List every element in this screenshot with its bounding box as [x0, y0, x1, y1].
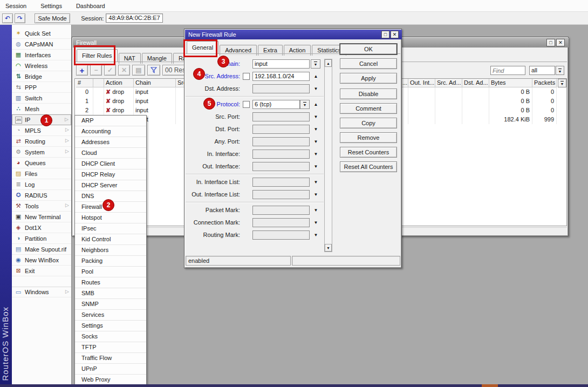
- remove-button[interactable]: Remove: [340, 132, 397, 143]
- src-port-input[interactable]: [252, 112, 310, 121]
- undo-button[interactable]: ↶: [2, 13, 13, 23]
- sidebar-item-exit[interactable]: Exit: [12, 266, 71, 276]
- column-header-chain[interactable]: Chain: [134, 79, 176, 87]
- menu-session[interactable]: Session: [2, 1, 33, 11]
- dst-port-input[interactable]: [252, 125, 310, 134]
- sidebar-item-wireless[interactable]: Wireless: [12, 60, 71, 71]
- ip-submenu-item-cloud[interactable]: Cloud: [75, 148, 146, 159]
- table-row[interactable]: 182.4 KiB 999: [401, 115, 557, 124]
- sidebar-item-dot1x[interactable]: Dot1X: [12, 222, 71, 233]
- ip-submenu-item-neighbors[interactable]: Neighbors: [75, 245, 146, 256]
- out-interface-input[interactable]: [252, 162, 310, 171]
- routing-mark-input[interactable]: [252, 230, 310, 240]
- sidebar-item-make-supout[interactable]: Make Supout.rif: [12, 244, 71, 255]
- protocol-dropdown-button[interactable]: [300, 100, 310, 109]
- column-header-truncated[interactable]: ...: [401, 79, 408, 87]
- ok-button[interactable]: OK: [340, 44, 397, 55]
- maximize-button[interactable]: [546, 39, 555, 46]
- ip-submenu-item-dns[interactable]: DNS: [75, 191, 146, 202]
- menu-settings[interactable]: Settings: [37, 1, 69, 11]
- column-header-packets[interactable]: Packets: [532, 79, 557, 87]
- expand-field-button[interactable]: [312, 208, 320, 213]
- protocol-negate-checkbox[interactable]: [243, 101, 250, 108]
- packet-mark-input[interactable]: [252, 206, 310, 215]
- sidebar-item-ppp[interactable]: PPP: [12, 82, 71, 93]
- apply-button[interactable]: Apply: [340, 73, 397, 84]
- menu-dashboard[interactable]: Dashboard: [73, 1, 112, 11]
- ip-submenu-item-pool[interactable]: Pool: [75, 267, 146, 277]
- redo-button[interactable]: ↷: [15, 13, 25, 23]
- ip-submenu-item-routes[interactable]: Routes: [75, 277, 146, 288]
- column-header-flags[interactable]: [93, 79, 104, 87]
- tab-advanced[interactable]: Advanced: [220, 45, 257, 56]
- any-port-input[interactable]: [252, 137, 310, 146]
- ip-submenu-item-dhcp-client[interactable]: DHCP Client: [75, 159, 146, 169]
- expand-field-button[interactable]: [312, 180, 320, 185]
- sidebar-item-capsman[interactable]: CAPsMAN: [12, 39, 71, 50]
- column-header-out-interface[interactable]: Out. Int...: [408, 79, 435, 87]
- ip-submenu-item-dhcp-relay[interactable]: DHCP Relay: [75, 169, 146, 180]
- column-header-bytes[interactable]: Bytes: [489, 79, 532, 87]
- add-rule-button[interactable]: +: [76, 65, 88, 76]
- ip-submenu-item-smb[interactable]: SMB: [75, 288, 146, 299]
- in-interface-list-input[interactable]: [252, 178, 310, 187]
- tab-filter-rules[interactable]: Filter Rules: [77, 49, 118, 62]
- sidebar-item-windows[interactable]: Windows: [12, 287, 71, 297]
- expand-field-button[interactable]: [312, 114, 320, 119]
- expand-field-button[interactable]: [312, 164, 320, 169]
- sidebar-item-tools[interactable]: Tools: [12, 201, 71, 212]
- disable-rule-button[interactable]: ✕: [118, 65, 130, 76]
- sidebar-item-quick-set[interactable]: Quick Set: [12, 28, 71, 39]
- column-picker-button[interactable]: [558, 79, 566, 87]
- disable-button[interactable]: Disable: [340, 89, 397, 99]
- comment-button[interactable]: Comment: [340, 103, 397, 114]
- ip-submenu-item-settings[interactable]: Settings: [75, 321, 146, 331]
- ip-submenu-item-web-proxy[interactable]: Web Proxy: [75, 375, 146, 385]
- ip-submenu-item-snmp[interactable]: SNMP: [75, 299, 146, 310]
- form-scrollbar[interactable]: [324, 59, 332, 252]
- session-value[interactable]: 48:A9:8A:0C:2B:E7: [106, 13, 162, 23]
- column-header-number[interactable]: #: [76, 79, 93, 87]
- dialog-close-button[interactable]: [391, 31, 399, 38]
- ip-submenu-item-socks[interactable]: Socks: [75, 331, 146, 342]
- table-row[interactable]: 0 B 0: [401, 97, 557, 106]
- sidebar-item-switch[interactable]: Switch: [12, 93, 71, 104]
- ip-submenu-item-packing[interactable]: Packing: [75, 256, 146, 267]
- src-address-input[interactable]: [252, 72, 310, 81]
- collapse-field-button[interactable]: [312, 74, 320, 79]
- tab-nat[interactable]: NAT: [119, 53, 141, 64]
- sidebar-item-log[interactable]: Log: [12, 179, 71, 190]
- ip-submenu-item-tftp[interactable]: TFTP: [75, 342, 146, 353]
- sidebar-item-radius[interactable]: RADIUS: [12, 190, 71, 201]
- sidebar-item-bridge[interactable]: Bridge: [12, 71, 71, 82]
- ip-submenu-item-dhcp-server[interactable]: DHCP Server: [75, 180, 146, 191]
- reset-counters-button[interactable]: Reset Counters: [340, 147, 397, 158]
- sidebar-item-routing[interactable]: Routing: [12, 136, 71, 147]
- filter-scope-select[interactable]: all: [529, 66, 555, 75]
- sidebar-item-partition[interactable]: Partition: [12, 233, 71, 244]
- expand-field-button[interactable]: [312, 86, 320, 91]
- expand-field-button[interactable]: [312, 220, 320, 225]
- comment-rule-button[interactable]: ▤: [132, 65, 145, 76]
- sidebar-item-ip[interactable]: IP: [12, 114, 71, 125]
- src-address-negate-checkbox[interactable]: [243, 73, 250, 80]
- ip-submenu-item-firewall[interactable]: Firewall: [75, 202, 146, 213]
- table-row[interactable]: 0 B 0: [401, 87, 557, 97]
- dialog-maximize-button[interactable]: [381, 31, 389, 38]
- sidebar-item-files[interactable]: Files: [12, 168, 71, 179]
- ip-submenu-item-addresses[interactable]: Addresses: [75, 137, 146, 148]
- scroll-up-button[interactable]: [325, 59, 332, 67]
- ip-submenu-item-accounting[interactable]: Accounting: [75, 126, 146, 137]
- enable-rule-button[interactable]: ✓: [104, 65, 116, 76]
- close-button[interactable]: [556, 39, 565, 46]
- connection-mark-input[interactable]: [252, 218, 310, 227]
- dialog-titlebar[interactable]: New Firewall Rule: [185, 30, 402, 39]
- filter-button[interactable]: [147, 65, 160, 76]
- sidebar-item-mpls[interactable]: MPLS: [12, 125, 71, 136]
- chain-input[interactable]: [252, 59, 310, 69]
- expand-field-button[interactable]: [312, 233, 320, 237]
- dst-address-input[interactable]: [252, 84, 310, 93]
- expand-field-button[interactable]: [312, 139, 320, 144]
- tab-general[interactable]: General: [187, 41, 218, 54]
- ip-submenu-item-traffic-flow[interactable]: Traffic Flow: [75, 353, 146, 364]
